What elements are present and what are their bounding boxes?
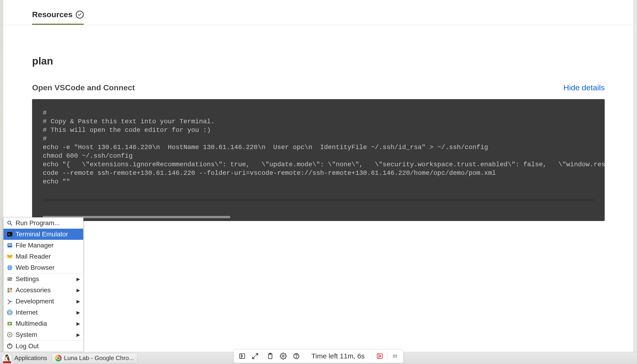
tabs-bar: Resources: [3, 0, 633, 25]
clipboard-button[interactable]: [264, 350, 277, 362]
svg-rect-16: [8, 290, 10, 292]
mail-icon: [7, 254, 13, 260]
svg-point-41: [393, 356, 394, 358]
control-bar: Time left 11m, 6s: [234, 349, 403, 363]
menu-item-web-browser[interactable]: Web Browser: [4, 262, 83, 273]
menu-item-file-manager[interactable]: File Manager: [4, 240, 83, 251]
chevron-right-icon: ▶: [77, 298, 80, 304]
page-title: plan: [32, 55, 605, 67]
svg-text:>_: >_: [8, 232, 12, 236]
menu-item-label: File Manager: [16, 242, 54, 249]
menu-item-label: Run Program...: [16, 220, 60, 227]
menu-item-label: System: [16, 331, 37, 338]
file-manager-icon: [7, 242, 13, 248]
svg-line-28: [256, 354, 258, 356]
svg-point-42: [394, 356, 395, 358]
svg-point-39: [394, 355, 395, 356]
chevron-right-icon: ▶: [77, 332, 80, 338]
svg-rect-6: [8, 245, 12, 246]
svg-rect-7: [7, 255, 12, 258]
tab-resources-label: Resources: [32, 10, 73, 19]
applications-label: Applications: [15, 354, 47, 362]
main-panel: Resources plan Open VSCode and Connect H…: [3, 0, 634, 352]
svg-point-43: [396, 356, 397, 358]
chevron-right-icon: ▶: [77, 276, 80, 282]
svg-line-1: [11, 224, 12, 226]
menu-item-label: Development: [16, 298, 54, 305]
applications-launcher[interactable]: 🐧 Applications: [2, 353, 50, 363]
menu-item-log-out[interactable]: Log Out: [4, 340, 83, 352]
svg-rect-14: [8, 288, 10, 290]
left-decorative-edge: [0, 0, 3, 364]
step-title: Open VSCode and Connect: [32, 83, 135, 92]
menu-item-settings[interactable]: Settings ▶: [4, 273, 83, 284]
step-header: Open VSCode and Connect Hide details: [32, 83, 605, 92]
svg-point-23: [9, 334, 11, 336]
menu-item-internet[interactable]: Internet ▶: [4, 307, 83, 318]
internet-icon: [7, 310, 13, 316]
svg-rect-5: [8, 244, 12, 245]
chrome-icon: [55, 355, 62, 362]
menu-item-accessories[interactable]: Accessories ▶: [4, 284, 83, 296]
taskbar-window-chrome[interactable]: Luna Lab - Google Chro...: [52, 353, 137, 363]
tux-icon: 🐧: [2, 353, 12, 363]
separator: [304, 351, 304, 361]
taskbar-window-title: Luna Lab - Google Chro...: [64, 354, 134, 362]
fullscreen-button[interactable]: [249, 350, 262, 362]
svg-point-40: [396, 355, 397, 356]
accessories-icon: [7, 287, 13, 293]
system-icon: [7, 332, 13, 338]
svg-rect-15: [10, 288, 12, 290]
menu-item-label: Accessories: [16, 286, 51, 294]
menu-item-system[interactable]: System ▶: [4, 329, 83, 340]
svg-rect-11: [8, 277, 12, 281]
menu-item-multimedia[interactable]: Multimedia ▶: [4, 318, 83, 329]
menu-item-label: Terminal Emulator: [16, 230, 68, 238]
menu-item-development[interactable]: Development ▶: [4, 296, 83, 307]
check-circle-icon: [76, 11, 84, 18]
svg-line-29: [253, 356, 255, 359]
exit-button[interactable]: [373, 350, 386, 362]
chevron-right-icon: ▶: [77, 321, 80, 326]
tab-resources[interactable]: Resources: [32, 10, 84, 25]
help-button[interactable]: [290, 350, 303, 362]
drag-handle[interactable]: [388, 350, 401, 362]
terminal-icon: >_: [7, 231, 13, 237]
menu-item-mail-reader[interactable]: Mail Reader: [4, 251, 83, 262]
svg-point-34: [296, 357, 297, 358]
code-scrollbar[interactable]: [43, 199, 594, 201]
menu-item-label: Log Out: [16, 342, 39, 350]
hide-details-link[interactable]: Hide details: [563, 83, 605, 92]
menu-item-label: Settings: [16, 275, 39, 283]
menu-item-label: Web Browser: [16, 264, 55, 272]
search-icon: [7, 220, 13, 226]
chevron-right-icon: ▶: [77, 288, 80, 293]
content-area: plan Open VSCode and Connect Hide detail…: [3, 25, 633, 221]
svg-point-13: [10, 279, 11, 280]
menu-item-run-program[interactable]: Run Program...: [4, 218, 83, 229]
svg-point-38: [393, 355, 394, 356]
settings-button[interactable]: [277, 350, 290, 362]
separator: [372, 351, 372, 361]
menu-item-label: Multimedia: [16, 320, 47, 327]
multimedia-icon: [7, 320, 13, 326]
menu-item-terminal[interactable]: >_ Terminal Emulator: [4, 229, 83, 240]
menu-item-label: Internet: [16, 309, 38, 316]
svg-point-32: [283, 355, 284, 357]
globe-icon: [7, 265, 13, 271]
panel-collapse-button[interactable]: [236, 350, 249, 362]
settings-icon: [7, 276, 13, 282]
logout-icon: [7, 343, 13, 349]
time-left-label: Time left 11m, 6s: [305, 352, 371, 360]
menu-item-label: Mail Reader: [16, 253, 51, 260]
code-text: # # Copy & Paste this text into your Ter…: [43, 109, 605, 185]
svg-rect-17: [10, 290, 12, 292]
svg-point-12: [8, 278, 9, 279]
chevron-right-icon: ▶: [77, 310, 80, 315]
applications-menu: Run Program... >_ Terminal Emulator File…: [3, 217, 83, 352]
development-icon: [7, 298, 13, 304]
code-block[interactable]: # # Copy & Paste this text into your Ter…: [32, 99, 605, 221]
separator: [263, 351, 263, 361]
